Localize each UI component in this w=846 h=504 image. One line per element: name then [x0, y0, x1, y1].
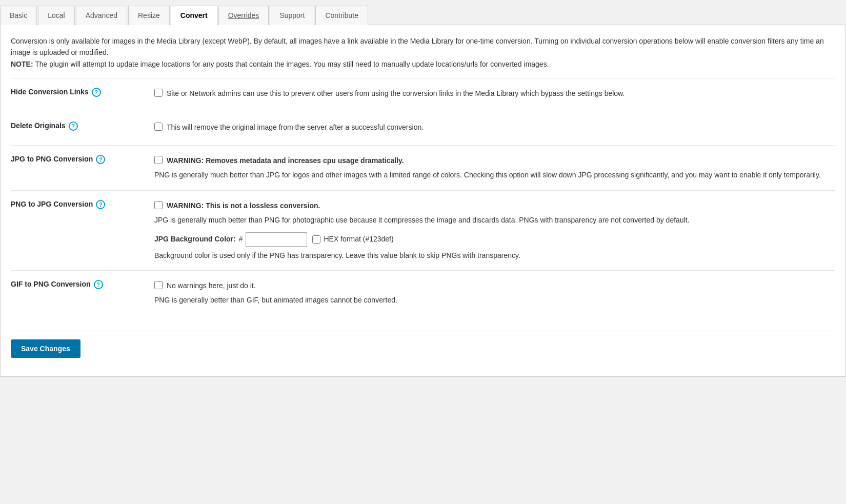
bg-hash: #	[239, 233, 243, 245]
value-png-to-jpg: WARNING: This is not a lossless conversi…	[154, 190, 835, 270]
label-png-to-jpg: PNG to JPG Conversion?	[11, 190, 154, 270]
bg-color-row: JPG Background Color:#HEX format (#123de…	[154, 232, 830, 247]
intro-line1: Conversion is only available for images …	[11, 37, 824, 56]
tab-contribute[interactable]: Contribute	[315, 6, 368, 25]
note-label: NOTE:	[11, 60, 33, 68]
label-jpg-to-png: JPG to PNG Conversion?	[11, 145, 154, 190]
checkbox-label-gif-to-png: No warnings here, just do it.	[167, 280, 256, 291]
value-gif-to-png: No warnings here, just do it.PNG is gene…	[154, 270, 835, 315]
tabs-nav: BasicLocalAdvancedResizeConvertOverrides…	[0, 5, 846, 25]
description-jpg-to-png: PNG is generally much better than JPG fo…	[154, 169, 830, 180]
save-btn-area: Save Changes	[11, 331, 835, 366]
checkbox-row-hide-conversion-links: Site or Network admins can use this to p…	[154, 88, 830, 99]
settings-row-jpg-to-png: JPG to PNG Conversion?WARNING: Removes m…	[11, 145, 835, 190]
label-delete-originals: Delete Originals?	[11, 112, 154, 145]
tab-local[interactable]: Local	[38, 6, 74, 25]
bg-color-label: JPG Background Color:	[154, 233, 236, 245]
value-jpg-to-png: WARNING: Removes metadata and increases …	[154, 145, 835, 190]
checkbox-gif-to-png[interactable]	[154, 281, 163, 289]
checkbox-png-to-jpg[interactable]	[154, 201, 163, 209]
checkbox-label-hide-conversion-links: Site or Network admins can use this to p…	[167, 88, 625, 99]
settings-row-hide-conversion-links: Hide Conversion Links?Site or Network ad…	[11, 78, 835, 112]
bg-hex-checkbox[interactable]	[312, 235, 320, 244]
tab-convert[interactable]: Convert	[171, 6, 217, 25]
checkbox-row-jpg-to-png: WARNING: Removes metadata and increases …	[154, 155, 830, 166]
settings-row-png-to-jpg: PNG to JPG Conversion?WARNING: This is n…	[11, 190, 835, 270]
checkbox-jpg-to-png[interactable]	[154, 156, 163, 164]
content-area: Conversion is only available for images …	[0, 25, 846, 377]
checkbox-row-png-to-jpg: WARNING: This is not a lossless conversi…	[154, 200, 830, 211]
intro-line2: The plugin will attempt to update image …	[33, 60, 549, 68]
intro-text: Conversion is only available for images …	[11, 35, 835, 70]
value-delete-originals: This will remove the original image from…	[154, 112, 835, 145]
settings-table: Hide Conversion Links?Site or Network ad…	[11, 78, 835, 315]
value-hide-conversion-links: Site or Network admins can use this to p…	[154, 78, 835, 112]
warning-text-png-to-jpg: WARNING: This is not a lossless conversi…	[167, 200, 320, 211]
warning-text-jpg-to-png: WARNING: Removes metadata and increases …	[167, 155, 404, 166]
bg-hex-label: HEX format (#123def)	[324, 233, 393, 245]
checkbox-delete-originals[interactable]	[154, 123, 163, 131]
save-changes-button[interactable]: Save Changes	[11, 339, 80, 358]
checkbox-row-gif-to-png: No warnings here, just do it.	[154, 280, 830, 291]
description-png-to-jpg: JPG is generally much better than PNG fo…	[154, 214, 830, 226]
checkbox-hide-conversion-links[interactable]	[154, 89, 163, 97]
tab-overrides[interactable]: Overrides	[218, 6, 269, 25]
bg-color-input[interactable]	[246, 232, 307, 247]
tab-resize[interactable]: Resize	[128, 6, 170, 25]
checkbox-label-delete-originals: This will remove the original image from…	[167, 122, 424, 133]
help-icon-gif-to-png[interactable]: ?	[94, 280, 103, 289]
checkbox-row-delete-originals: This will remove the original image from…	[154, 122, 830, 133]
tab-support[interactable]: Support	[270, 6, 314, 25]
help-icon-png-to-jpg[interactable]: ?	[96, 200, 105, 209]
help-icon-jpg-to-png[interactable]: ?	[96, 155, 105, 164]
bg-description: Background color is used only if the PNG…	[154, 250, 830, 261]
tab-basic[interactable]: Basic	[0, 6, 37, 25]
settings-row-gif-to-png: GIF to PNG Conversion?No warnings here, …	[11, 270, 835, 315]
label-hide-conversion-links: Hide Conversion Links?	[11, 78, 154, 112]
help-icon-delete-originals[interactable]: ?	[69, 122, 78, 131]
settings-row-delete-originals: Delete Originals?This will remove the or…	[11, 112, 835, 145]
help-icon-hide-conversion-links[interactable]: ?	[92, 88, 101, 97]
tab-advanced[interactable]: Advanced	[76, 6, 127, 25]
description-gif-to-png: PNG is generally better than GIF, but an…	[154, 294, 830, 306]
label-gif-to-png: GIF to PNG Conversion?	[11, 270, 154, 315]
